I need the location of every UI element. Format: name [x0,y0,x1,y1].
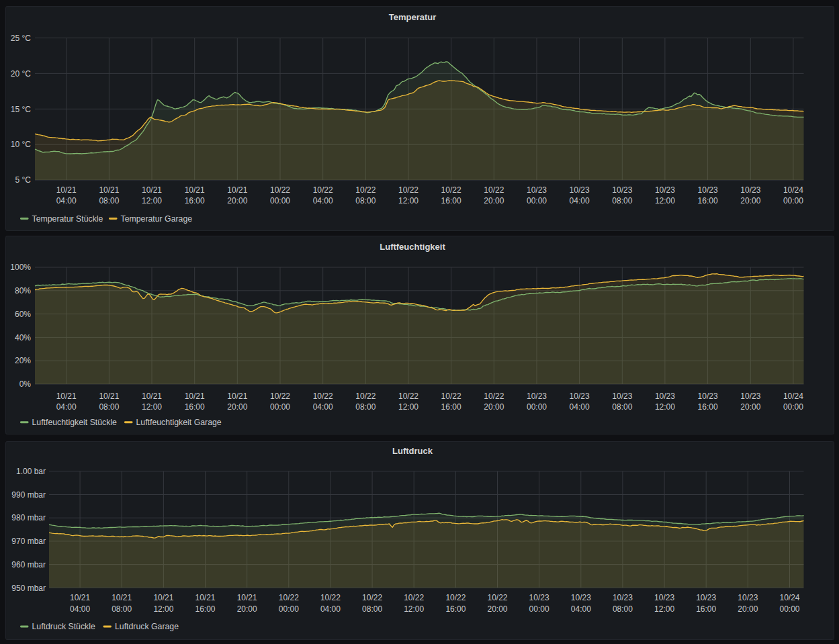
svg-text:12:00: 12:00 [153,604,173,614]
svg-text:10/22: 10/22 [313,392,333,401]
svg-text:12:00: 12:00 [142,402,162,412]
svg-text:00:00: 00:00 [270,196,290,205]
svg-text:10/23: 10/23 [654,593,674,602]
svg-text:08:00: 08:00 [99,196,119,205]
svg-text:10/23: 10/23 [655,185,675,195]
svg-text:60%: 60% [15,310,31,319]
svg-text:08:00: 08:00 [613,604,633,614]
svg-text:00:00: 00:00 [527,196,547,205]
svg-text:16:00: 16:00 [185,196,205,205]
svg-text:990 mbar: 990 mbar [11,490,46,500]
svg-text:10/23: 10/23 [570,392,590,401]
svg-text:10/21: 10/21 [227,392,247,401]
svg-text:10/23: 10/23 [696,593,716,602]
svg-text:Luftfeuchtigkeit: Luftfeuchtigkeit [380,242,445,252]
svg-text:20:00: 20:00 [740,402,760,412]
svg-text:04:00: 04:00 [70,604,90,614]
svg-text:10/21: 10/21 [99,392,119,401]
svg-text:10/21: 10/21 [227,185,247,195]
svg-text:00:00: 00:00 [783,196,803,205]
svg-text:10/21: 10/21 [99,185,119,195]
svg-text:10/24: 10/24 [779,593,799,602]
svg-text:10/22: 10/22 [487,593,507,602]
svg-text:10/23: 10/23 [655,392,675,401]
svg-text:5 °C: 5 °C [15,175,32,185]
svg-text:10/23: 10/23 [698,185,718,195]
svg-text:10/22: 10/22 [313,185,333,195]
svg-text:100%: 100% [10,263,31,272]
svg-text:10/21: 10/21 [142,185,162,195]
svg-text:10/22: 10/22 [320,593,341,602]
svg-text:00:00: 00:00 [270,402,290,412]
svg-text:12:00: 12:00 [404,604,424,614]
svg-text:10/21: 10/21 [56,185,77,195]
svg-text:Luftfeuchtigkeit Stückle: Luftfeuchtigkeit Stückle [32,418,118,427]
svg-text:Luftfeuchtigkeit Garage: Luftfeuchtigkeit Garage [136,418,222,427]
svg-text:04:00: 04:00 [570,196,590,205]
svg-text:Temperatur Stückle: Temperatur Stückle [32,214,103,224]
svg-text:12:00: 12:00 [398,402,418,412]
svg-text:10/23: 10/23 [612,392,632,401]
svg-text:12:00: 12:00 [655,402,675,412]
svg-text:08:00: 08:00 [355,196,376,205]
svg-text:16:00: 16:00 [441,196,461,205]
svg-text:0%: 0% [19,379,32,389]
svg-text:10/22: 10/22 [398,185,418,195]
svg-text:20:00: 20:00 [738,604,758,614]
svg-text:10/22: 10/22 [484,185,504,195]
svg-text:16:00: 16:00 [441,402,461,412]
svg-text:04:00: 04:00 [313,196,333,205]
svg-text:16:00: 16:00 [185,402,205,412]
svg-text:10/23: 10/23 [698,392,718,401]
svg-text:04:00: 04:00 [571,604,591,614]
svg-text:10/22: 10/22 [270,392,290,401]
svg-text:10/23: 10/23 [738,593,758,602]
svg-text:10/21: 10/21 [70,593,90,602]
svg-text:10/22: 10/22 [279,593,299,602]
svg-text:20:00: 20:00 [484,402,504,412]
svg-text:20:00: 20:00 [484,196,504,205]
svg-text:10/22: 10/22 [441,185,461,195]
svg-text:Luftdruck Stückle: Luftdruck Stückle [32,622,95,631]
svg-text:10/23: 10/23 [570,185,590,195]
svg-text:20:00: 20:00 [237,604,257,614]
svg-text:16:00: 16:00 [696,604,716,614]
svg-text:00:00: 00:00 [279,604,299,614]
svg-text:80%: 80% [15,286,31,295]
svg-text:10/21: 10/21 [237,593,257,602]
svg-text:10/24: 10/24 [783,392,803,401]
svg-text:10/21: 10/21 [185,185,205,195]
svg-text:10/24: 10/24 [783,185,803,195]
svg-text:20:00: 20:00 [227,402,247,412]
svg-text:970 mbar: 970 mbar [11,537,46,546]
svg-text:10/23: 10/23 [527,185,547,195]
svg-text:08:00: 08:00 [112,604,132,614]
svg-text:10/22: 10/22 [355,392,376,401]
svg-text:10/23: 10/23 [529,593,549,602]
svg-text:16:00: 16:00 [445,604,466,614]
svg-text:10/21: 10/21 [195,593,215,602]
svg-text:08:00: 08:00 [612,196,632,205]
svg-text:04:00: 04:00 [313,402,333,412]
svg-text:10/23: 10/23 [740,392,760,401]
svg-text:10/23: 10/23 [612,185,632,195]
svg-text:10/21: 10/21 [142,392,162,401]
svg-text:10/22: 10/22 [398,392,418,401]
svg-text:20%: 20% [15,356,31,365]
svg-text:10/23: 10/23 [571,593,591,602]
svg-text:04:00: 04:00 [56,196,77,205]
svg-text:950 mbar: 950 mbar [11,584,46,593]
svg-text:08:00: 08:00 [612,402,632,412]
svg-text:00:00: 00:00 [527,402,547,412]
svg-text:16:00: 16:00 [195,604,215,614]
svg-text:00:00: 00:00 [779,604,799,614]
svg-text:960 mbar: 960 mbar [11,560,46,569]
svg-text:40%: 40% [15,333,31,342]
svg-text:10/21: 10/21 [112,593,132,602]
svg-text:08:00: 08:00 [99,402,119,412]
svg-text:15 °C: 15 °C [11,105,31,114]
svg-text:20:00: 20:00 [740,196,760,205]
svg-text:08:00: 08:00 [362,604,382,614]
svg-text:10/22: 10/22 [404,593,424,602]
svg-text:04:00: 04:00 [570,402,590,412]
